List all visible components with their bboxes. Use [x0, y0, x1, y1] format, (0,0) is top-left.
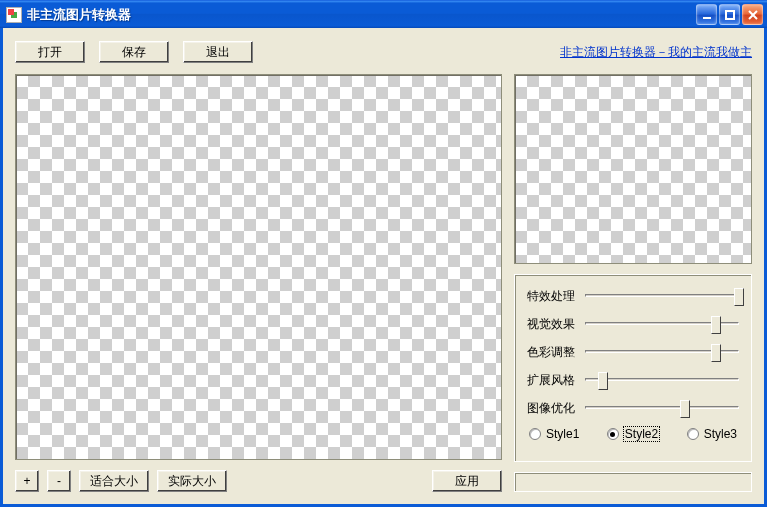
radio-style1[interactable]: Style1 [529, 427, 579, 441]
slider-visual-track[interactable] [585, 315, 739, 333]
radio-style3[interactable]: Style3 [687, 427, 737, 441]
bottom-toolbar: + - 适合大小 实际大小 应用 [15, 470, 502, 492]
main-canvas[interactable] [15, 74, 502, 460]
slider-visual-thumb[interactable] [711, 316, 721, 334]
zoom-out-button[interactable]: - [47, 470, 71, 492]
maximize-button[interactable] [719, 4, 740, 25]
actual-size-button[interactable]: 实际大小 [157, 470, 227, 492]
slider-color-thumb[interactable] [711, 344, 721, 362]
status-bar [514, 472, 752, 492]
radio-style2-dot [607, 428, 619, 440]
window-controls [696, 4, 763, 25]
exit-button[interactable]: 退出 [183, 41, 253, 63]
preview-canvas[interactable] [514, 74, 752, 264]
svg-rect-1 [726, 11, 734, 19]
slider-color-track[interactable] [585, 343, 739, 361]
radio-style1-label: Style1 [546, 427, 579, 441]
apply-button[interactable]: 应用 [432, 470, 502, 492]
slider-fx-thumb[interactable] [734, 288, 744, 306]
settings-panel: 特效处理 视觉效果 [514, 274, 752, 462]
radio-style2[interactable]: Style2 [607, 427, 659, 441]
fit-size-button[interactable]: 适合大小 [79, 470, 149, 492]
zoom-in-button[interactable]: + [15, 470, 39, 492]
slider-style: 扩展风格 [527, 371, 739, 389]
close-button[interactable] [742, 4, 763, 25]
slider-style-label: 扩展风格 [527, 372, 585, 389]
slider-fx-track[interactable] [585, 287, 739, 305]
style-radio-group: Style1 Style2 Style3 [527, 427, 739, 441]
minimize-button[interactable] [696, 4, 717, 25]
title-bar: 非主流图片转换器 [0, 0, 767, 28]
slider-color-label: 色彩调整 [527, 344, 585, 361]
slider-visual: 视觉效果 [527, 315, 739, 333]
header-link[interactable]: 非主流图片转换器－我的主流我做主 [560, 44, 752, 61]
window-title: 非主流图片转换器 [27, 6, 696, 24]
radio-style3-label: Style3 [704, 427, 737, 441]
slider-style-thumb[interactable] [598, 372, 608, 390]
slider-style-track[interactable] [585, 371, 739, 389]
slider-optimize-track[interactable] [585, 399, 739, 417]
slider-optimize-label: 图像优化 [527, 400, 585, 417]
slider-fx-label: 特效处理 [527, 288, 585, 305]
slider-color: 色彩调整 [527, 343, 739, 361]
radio-style1-dot [529, 428, 541, 440]
app-icon [6, 7, 22, 23]
save-button[interactable]: 保存 [99, 41, 169, 63]
radio-style3-dot [687, 428, 699, 440]
slider-optimize-thumb[interactable] [680, 400, 690, 418]
open-button[interactable]: 打开 [15, 41, 85, 63]
slider-visual-label: 视觉效果 [527, 316, 585, 333]
radio-style2-label: Style2 [624, 427, 659, 441]
slider-optimize: 图像优化 [527, 399, 739, 417]
slider-fx: 特效处理 [527, 287, 739, 305]
top-toolbar: 打开 保存 退出 非主流图片转换器－我的主流我做主 [15, 40, 752, 64]
